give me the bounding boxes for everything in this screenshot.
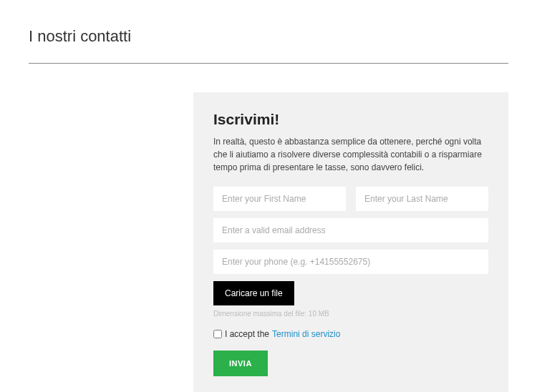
accept-terms-row: I accept the Termini di servizio <box>213 329 488 339</box>
phone-input[interactable] <box>213 250 488 274</box>
signup-form-card: Iscrivimi! In realtà, questo è abbastanz… <box>193 92 508 392</box>
accept-terms-checkbox[interactable] <box>213 330 222 338</box>
last-name-input[interactable] <box>356 187 488 211</box>
layout: Iscrivimi! In realtà, questo è abbastanz… <box>29 92 508 392</box>
email-input[interactable] <box>213 218 488 242</box>
divider <box>29 63 508 64</box>
form-title: Iscrivimi! <box>213 111 488 128</box>
submit-button[interactable]: INVIA <box>213 351 268 376</box>
page-title: I nostri contatti <box>29 27 508 46</box>
upload-file-button[interactable]: Caricare un file <box>213 281 294 305</box>
accept-terms-prefix: I accept the <box>225 329 269 339</box>
left-spacer <box>29 92 193 392</box>
form-description: In realtà, questo è abbastanza semplice … <box>213 135 488 174</box>
terms-of-service-link[interactable]: Termini di servizio <box>272 329 340 339</box>
first-name-input[interactable] <box>213 187 346 211</box>
file-size-hint: Dimensione massima del file: 10 MB <box>213 310 488 318</box>
name-row <box>213 187 488 211</box>
